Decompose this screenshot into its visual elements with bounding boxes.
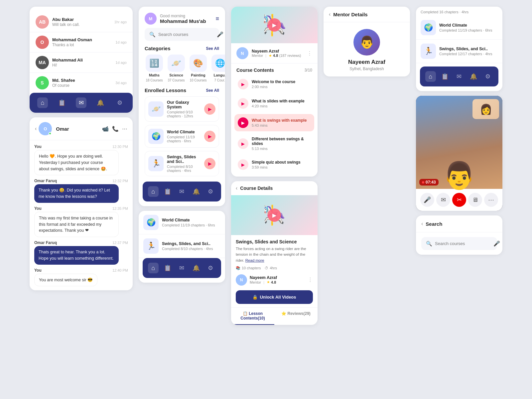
completed-item[interactable]: 🌍 World Climate Completed 11/19 chapters…	[139, 211, 225, 234]
enrolled-play-button[interactable]: ▶	[204, 131, 215, 142]
chat-list-item[interactable]: S Md. Shafee Of course 3d ago	[30, 73, 133, 93]
nav-clipboard-3[interactable]: 📋	[162, 263, 173, 273]
nav-gear-2[interactable]: ⚙	[205, 186, 216, 197]
detail-more-icon[interactable]: ⋮	[308, 277, 313, 283]
search-back-button[interactable]: ‹	[421, 221, 423, 227]
msg-sender: You	[34, 144, 42, 149]
search-lg-icon: 🔍	[426, 241, 432, 247]
enrolled-item[interactable]: 🏃 Swings, Slides and Sci.. Completed 8/1…	[145, 151, 219, 176]
nav-home-3[interactable]: ⌂	[148, 263, 159, 273]
nav-gear-4[interactable]: ⚙	[482, 71, 493, 82]
chat-list-item[interactable]: O Mohammad Osman Thanks a lot 1d ago	[30, 32, 133, 53]
nav-bell-3[interactable]: 🔔	[191, 263, 201, 273]
completed-item[interactable]: 🏃 Swings, Slides, and Sci.. Completed 8/…	[139, 234, 225, 258]
menu-icon[interactable]: ≡	[215, 15, 219, 22]
course-info-section: Swings, Slides and Science The forces ac…	[231, 235, 318, 274]
bottom-nav-1: ⌂ 📋 ✉ 🔔 ⚙	[30, 93, 133, 113]
lesson-play-button[interactable]: ▶	[238, 159, 248, 170]
category-item[interactable]: 🪐 Science 37 Courses	[167, 55, 186, 82]
video-pip-thumbnail: 👩	[472, 99, 499, 119]
lesson-item[interactable]: ▶ Welcome to the course 2:00 mins	[234, 75, 314, 93]
nav-mail-4[interactable]: ✉	[454, 71, 465, 82]
mic-lg-icon[interactable]: 🎤	[493, 240, 500, 247]
enrolled-section-header: Enrolled Lessons See All	[139, 87, 225, 96]
lesson-play-button[interactable]: ▶	[238, 117, 248, 128]
nav-bell-1[interactable]: 🔔	[95, 97, 106, 108]
category-item[interactable]: 🎨 Painting 10 Courses	[189, 55, 208, 82]
search-bar[interactable]: 🔍 🎤	[145, 28, 219, 41]
nav-mail-3[interactable]: ✉	[177, 263, 187, 273]
course-detail-back-button[interactable]: ‹	[236, 185, 237, 191]
nav-gear-3[interactable]: ⚙	[205, 263, 216, 273]
end-call-button[interactable]: ✂	[452, 193, 466, 207]
lesson-item[interactable]: ▶ What is slides with example 4:20 mins	[234, 95, 314, 112]
mute-button[interactable]: 🎤	[420, 193, 434, 207]
lesson-play-button[interactable]: ▶	[238, 79, 248, 89]
msg-sender: You	[34, 268, 42, 273]
categories-see-all[interactable]: See All	[206, 46, 219, 51]
lesson-item[interactable]: ▶ Simple quiz about swings 3:59 mins	[234, 156, 314, 173]
category-item[interactable]: 🌐 Langu.. 7 Cour..	[210, 55, 225, 82]
phone-icon[interactable]: 📞	[112, 126, 119, 132]
mentor-more-icon[interactable]: ⋮	[307, 50, 312, 57]
nav-gear-1[interactable]: ⚙	[114, 97, 125, 108]
course-detail-header: ‹ Course Details	[231, 181, 318, 195]
completed-swings-sci: 🏃 Swings, Slides, and Sci.. Completed 12…	[416, 40, 502, 63]
enrolled-item[interactable]: 🌍 World Climate Completed 11/19 chapters…	[145, 125, 219, 148]
mail-call-button[interactable]: ✉	[436, 193, 450, 207]
mentor-detail-header: ‹ Mentor Details	[324, 7, 410, 22]
unlock-button[interactable]: 🔒 Unlock All Videos	[236, 290, 313, 304]
nav-mail-1[interactable]: ✉	[76, 97, 86, 108]
screen-share-button[interactable]: 🖥	[468, 193, 482, 207]
nav-home-1[interactable]: ⌂	[37, 97, 48, 108]
lesson-list: ▶ Welcome to the course 2:00 mins ▶ What…	[231, 75, 318, 177]
chat-time: 3d ago	[115, 81, 127, 85]
tab-lesson-contents[interactable]: 📋 Lesson Contents(10)	[231, 308, 274, 325]
mentor-details-card: ‹ Mentor Details 👨 Nayeem Azraf Sylhet, …	[324, 7, 410, 76]
more-options-icon[interactable]: ⋯	[122, 126, 127, 132]
lesson-play-button[interactable]: ▶	[238, 98, 248, 109]
mentor-label: Mentor	[252, 54, 263, 58]
msg-sender: Omar Faruq	[34, 179, 57, 183]
tab-reviews[interactable]: ⭐ Reviews(29)	[274, 308, 318, 325]
nav-clipboard-2[interactable]: 📋	[162, 186, 173, 197]
nav-home-4[interactable]: ⌂	[425, 71, 436, 82]
read-more-link[interactable]: Read more	[245, 258, 264, 262]
message-bubble: Thats great to hear. Thank you a lot. Ho…	[34, 246, 119, 265]
search-input[interactable]	[158, 32, 214, 37]
enrolled-see-all[interactable]: See All	[206, 88, 219, 93]
chat-list-item[interactable]: AB Abu Bakar Will talk on call. 1hr ago	[30, 12, 133, 32]
enrolled-item[interactable]: 🪐 Our Galaxy System Completed 0/10 chapt…	[145, 96, 219, 122]
lesson-item[interactable]: ▶ Different between swings & slides 5:13…	[234, 133, 314, 154]
search-bar-lg[interactable]: 🔍 🎤	[421, 237, 497, 250]
nav-clipboard-1[interactable]: 📋	[57, 97, 67, 108]
chat-list-item[interactable]: MA Mohammad Ali Hi! 1d ago	[30, 53, 133, 73]
nav-mail-2[interactable]: ✉	[177, 186, 187, 197]
mentor-back-button[interactable]: ‹	[329, 11, 331, 17]
nav-bell-4[interactable]: 🔔	[468, 71, 479, 82]
chat-name: Mohammad Ali	[52, 58, 112, 63]
nav-clipboard-4[interactable]: 📋	[440, 71, 450, 82]
message-bubble: Thank you 😀. Did you watched it? Let me …	[34, 184, 119, 203]
detail-play-button[interactable]: ▶	[268, 208, 281, 222]
chat-name: Mohammad Osman	[52, 37, 112, 42]
category-item[interactable]: 🔢 Maths 18 Courses	[145, 55, 164, 82]
lesson-play-button[interactable]: ▶	[238, 138, 248, 149]
more-call-options[interactable]: ⋯	[484, 193, 498, 207]
mic-icon[interactable]: 🎤	[217, 31, 223, 38]
enrolled-thumb: 🪐	[148, 101, 164, 117]
lesson-item[interactable]: ▶ What is swings with example 5:43 mins	[234, 114, 314, 131]
nav-bell-2[interactable]: 🔔	[191, 186, 201, 197]
hero-play-button[interactable]: ▶	[268, 18, 281, 32]
chat-avatar: S	[36, 76, 49, 89]
bottom-nav-4: ⌂ 📋 ✉ 🔔 ⚙	[420, 66, 498, 86]
nav-home-2[interactable]: ⌂	[148, 186, 159, 197]
conv-back-button[interactable]: ‹	[35, 126, 37, 132]
category-icon: 🔢	[146, 55, 163, 72]
enrolled-play-button[interactable]: ▶	[204, 103, 215, 115]
enrolled-play-button[interactable]: ▶	[204, 158, 215, 169]
search-icon: 🔍	[149, 32, 156, 38]
video-main-view: 👨 👩 07:43	[416, 96, 502, 189]
search-lg-input[interactable]	[435, 241, 491, 246]
video-call-icon[interactable]: 📹	[102, 126, 109, 132]
